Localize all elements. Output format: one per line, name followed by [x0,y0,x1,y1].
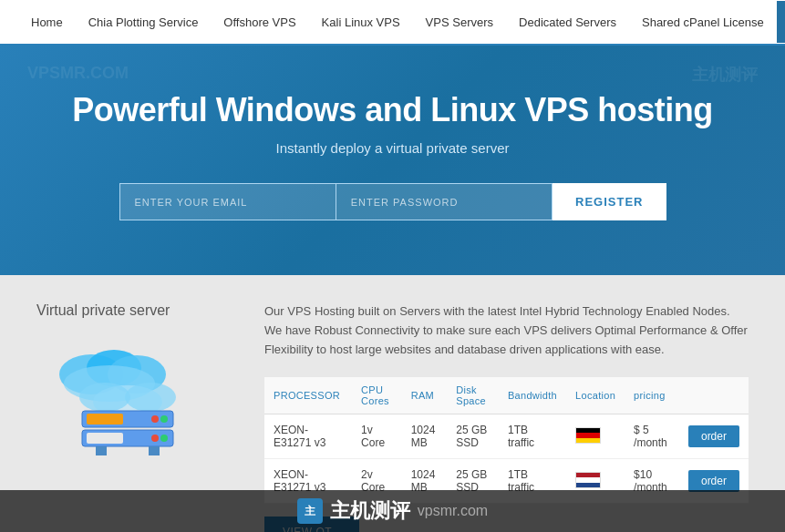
watermark-sub-text: vpsmr.com [418,503,488,519]
hero-subtitle: Instantly deploy a virtual private serve… [18,140,767,156]
nav-dedicated[interactable]: Dedicated Servers [506,0,629,45]
svg-rect-15 [96,446,107,455]
col-processor: PROCESSOR [264,377,352,414]
col-cpu: CPU Cores [352,377,402,414]
nav-home[interactable]: Home [18,0,76,45]
hero-section: VPSMR.COM 主机测评 Powerful Windows and Linu… [0,46,785,275]
svg-rect-8 [87,414,123,425]
nav-vps[interactable]: VPS Servers [413,0,506,45]
cell-processor: XEON-E31271 v3 [264,414,352,459]
nav-chia[interactable]: Chia Plotting Service [76,0,212,45]
password-input[interactable] [336,183,553,220]
navbar: Home Chia Plotting Service Offshore VPS … [0,0,785,46]
vps-section-label: Virtual private server [36,302,237,319]
bottom-watermark-bar: 主 主机测评 vpsmr.com [0,490,785,532]
cell-cpu: 1v Core [352,414,402,459]
nav-offshore[interactable]: Offshore VPS [211,0,308,45]
vps-description: Our VPS Hosting built on Servers with th… [264,302,749,359]
client-area-button[interactable]: 👤 CLIENT AREA [777,1,785,43]
vps-table: PROCESSOR CPU Cores RAM Disk Space Bandw… [264,377,749,504]
cell-bandwidth: 1TB traffic [499,414,566,459]
cell-price: $ 5 /month [625,414,679,459]
order-button-0[interactable]: order [688,425,739,447]
nav-cpanel[interactable]: Shared cPanel License [629,0,777,45]
watermark-main-text: 主机测评 [330,497,410,525]
svg-point-10 [151,415,159,423]
cell-order[interactable]: order [679,414,749,459]
col-disk: Disk Space [447,377,499,414]
svg-point-14 [151,435,159,442]
svg-point-13 [160,435,168,442]
svg-point-5 [79,383,130,412]
email-input[interactable] [119,183,336,220]
svg-rect-12 [87,433,123,444]
svg-point-9 [160,415,168,423]
svg-point-6 [125,383,176,412]
col-ram: RAM [402,377,448,414]
nav-links: Home Chia Plotting Service Offshore VPS … [18,0,777,45]
col-action [679,377,749,414]
cell-location [566,414,625,459]
col-location: Location [566,377,625,414]
register-button[interactable]: REGISTER [553,183,666,220]
col-bandwidth: Bandwidth [499,377,566,414]
svg-rect-16 [149,446,160,455]
order-button-1[interactable]: order [688,470,739,492]
watermark-1: VPSMR.COM [27,64,129,83]
cell-ram: 1024 MB [402,414,448,459]
nav-kali[interactable]: Kali Linux VPS [309,0,413,45]
col-pricing: pricing [625,377,679,414]
table-row: XEON-E31271 v3 1v Core 1024 MB 25 GB SSD… [264,414,749,459]
watermark-logo: 主 [297,498,323,524]
watermark-2: 主机测评 [692,64,758,86]
hero-form: REGISTER [119,183,666,220]
cell-disk: 25 GB SSD [447,414,499,459]
server-illustration [36,333,219,452]
hero-title: Powerful Windows and Linux VPS hosting [18,91,767,129]
